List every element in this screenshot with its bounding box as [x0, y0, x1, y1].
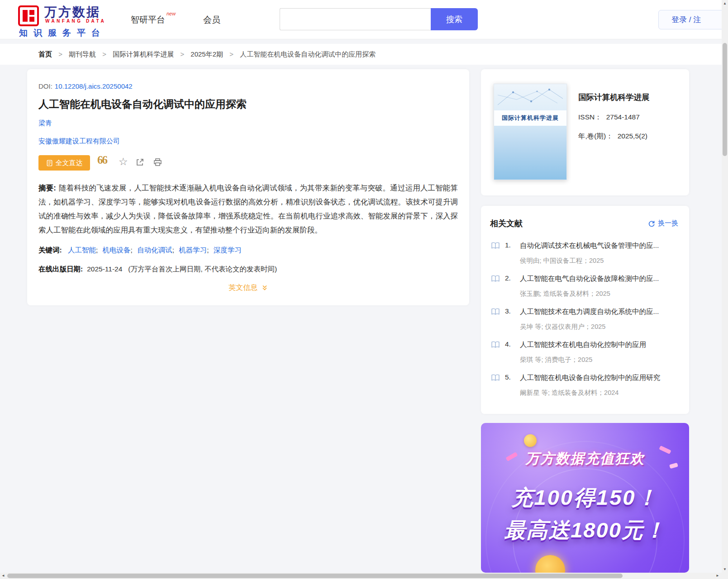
horizontal-scrollbar[interactable]: ◄ ►	[0, 573, 728, 579]
abstract-label: 摘要:	[38, 184, 56, 192]
journal-issn-row: ISSN：2754-1487	[578, 113, 640, 122]
related-item-meta: 阚新星 等; 造纸装备及材料；2024	[520, 389, 619, 397]
related-item-meta: 侯明由; 中国设备工程；2025	[520, 256, 604, 265]
chevron-double-down-icon	[262, 285, 268, 291]
related-title: 相关文献	[490, 218, 523, 229]
refresh-icon	[648, 220, 655, 227]
issn-label: ISSN：	[578, 113, 602, 121]
brand-subtitle: 知识服务平台	[19, 27, 106, 39]
breadcrumb-home[interactable]: 首页	[38, 50, 52, 58]
related-item: 2. 人工智能在电气自动化设备故障检测中的应... 张玉鹏; 造纸装备及材料；2…	[490, 274, 685, 307]
search-input[interactable]	[280, 8, 431, 30]
share-icon[interactable]	[136, 158, 144, 168]
vertical-scrollbar[interactable]: ▲ ▼	[722, 0, 728, 573]
related-item: 5. 人工智能在机电设备自动化控制中的应用研究 阚新星 等; 造纸装备及材料；2…	[490, 373, 685, 406]
search-button[interactable]: 搜索	[431, 8, 478, 30]
keywords-row: 关键词: 人工智能; 机电设备; 自动化调试; 机器学习; 深度学习	[38, 246, 242, 255]
journal-name[interactable]: 国际计算机科学进展	[578, 92, 650, 103]
english-info-toggle[interactable]: 英文信息	[27, 283, 469, 293]
vertical-scrollbar-thumb[interactable]	[723, 43, 727, 156]
scroll-left-arrow-icon[interactable]: ◄	[0, 573, 6, 579]
journal-card: 国际计算机科学进展 国际计算机科学进展 ISSN：2754-1487 年,卷(期…	[481, 69, 689, 195]
book-icon	[491, 374, 500, 383]
banner-offer-line: 最高送1800元！	[481, 516, 689, 545]
related-item-title[interactable]: 人工智能在电气自动化设备故障检测中的应...	[520, 274, 659, 284]
fulltext-button-label: 全文直达	[56, 159, 83, 167]
keyword-separator: ;	[207, 246, 209, 254]
publish-date-label: 在线出版日期:	[38, 265, 83, 273]
keyword-link[interactable]: 机器学习	[179, 246, 207, 254]
related-item-title[interactable]: 人工智能技术在机电自动化控制中的应用	[520, 340, 646, 350]
breadcrumb-journal-nav[interactable]: 期刊导航	[69, 50, 96, 58]
keyword-link[interactable]: 机电设备	[103, 246, 131, 254]
related-index: 2.	[505, 274, 511, 282]
scroll-down-arrow-icon[interactable]: ▼	[722, 567, 728, 571]
scroll-right-arrow-icon[interactable]: ►	[714, 573, 721, 579]
coin-icon	[524, 434, 537, 447]
nav-item-member[interactable]: 会员	[203, 14, 220, 26]
abstract: 摘要:随着科技的飞速发展，人工智能技术逐渐融入机电设备自动化调试领域，为其带来新…	[38, 181, 458, 237]
login-register-button[interactable]: 登录 / 注	[658, 10, 728, 29]
related-list: 1. 自动化调试技术在机械电气设备管理中的应... 侯明由; 中国设备工程；20…	[490, 241, 685, 406]
breadcrumb-separator: >	[229, 50, 233, 58]
brand-name-en: WANFANG DATA	[45, 19, 106, 24]
article-card: DOI:10.12208/j.aics.20250042 人工智能在机电设备自动…	[27, 69, 469, 305]
nav-item-zhiyan[interactable]: 智研平台new	[131, 14, 174, 26]
publish-date-row: 在线出版日期:2025-11-24(万方平台首次上网日期, 不代表论文的发表时间…	[38, 265, 277, 274]
search-bar: 搜索	[280, 8, 478, 30]
fulltext-doc-icon	[46, 160, 53, 166]
affiliation-link[interactable]: 安徽傲耀建设工程有限公司	[38, 137, 120, 146]
journal-cover[interactable]: 国际计算机科学进展	[494, 84, 567, 180]
breadcrumb-journal[interactable]: 国际计算机科学进展	[113, 50, 174, 58]
book-icon	[491, 242, 500, 251]
related-literature-card: 相关文献 换一换 1. 自动化调试技术在机械电气设备管理中的应... 侯明由; …	[481, 206, 689, 414]
breadcrumb-current: 人工智能在机电设备自动化调试中的应用探索	[240, 50, 376, 58]
breadcrumb-separator: >	[180, 50, 184, 58]
breadcrumb-separator: >	[102, 50, 106, 58]
keyword-separator: ;	[172, 246, 174, 254]
author-link[interactable]: 梁青	[38, 119, 52, 128]
wanfang-logo[interactable]: 万方数据 WANFANG DATA 知识服务平台	[18, 4, 127, 37]
article-title: 人工智能在机电设备自动化调试中的应用探索	[38, 97, 247, 111]
related-item-meta: 张玉鹏; 造纸装备及材料；2025	[520, 290, 610, 298]
keyword-separator: ;	[131, 246, 133, 254]
cite-quote-icon[interactable]: 66	[97, 154, 107, 166]
recharge-promo-banner[interactable]: 万方数据充值狂欢 充100得150！ 最高送1800元！	[481, 423, 689, 573]
related-item-title[interactable]: 人工智能技术在电力调度自动化系统中的应...	[520, 307, 659, 317]
issn-value: 2754-1487	[606, 113, 640, 121]
related-index: 1.	[505, 241, 511, 249]
banner-offer-line: 充100得150！	[481, 484, 689, 512]
publish-date: 2025-11-24	[87, 265, 122, 273]
article-actions: 全文直达 66 ☆	[38, 155, 228, 172]
related-item-meta: 柴琪 等; 消费电子；2025	[520, 356, 592, 364]
related-index: 3.	[505, 307, 511, 315]
related-item-title[interactable]: 自动化调试技术在机械电气设备管理中的应...	[520, 241, 659, 251]
keyword-link[interactable]: 人工智能	[68, 246, 96, 254]
scroll-up-arrow-icon[interactable]: ▲	[722, 1, 728, 5]
volume-label: 年,卷(期)：	[578, 132, 613, 140]
refresh-related-button[interactable]: 换一换	[648, 219, 678, 228]
related-item: 4. 人工智能技术在机电自动化控制中的应用 柴琪 等; 消费电子；2025	[490, 340, 685, 373]
new-badge: new	[167, 11, 176, 16]
doi-link[interactable]: 10.12208/j.aics.20250042	[55, 82, 133, 90]
volume-value: 2025,5(2)	[618, 132, 647, 140]
book-icon	[491, 308, 500, 317]
keyword-link[interactable]: 深度学习	[214, 246, 242, 254]
wanfang-logo-icon	[18, 5, 39, 26]
doi-label: DOI:	[38, 82, 52, 90]
breadcrumb-separator: >	[58, 50, 62, 58]
nav-item-zhiyan-label: 智研平台	[131, 15, 165, 24]
related-item: 1. 自动化调试技术在机械电气设备管理中的应... 侯明由; 中国设备工程；20…	[490, 241, 685, 274]
favorite-star-icon[interactable]: ☆	[119, 156, 128, 168]
related-item-title[interactable]: 人工智能在机电设备自动化控制中的应用研究	[520, 373, 660, 383]
journal-cover-title: 国际计算机科学进展	[494, 110, 566, 126]
fulltext-button[interactable]: 全文直达	[38, 155, 90, 171]
breadcrumb-issue[interactable]: 2025年2期	[190, 50, 223, 58]
horizontal-scrollbar-thumb[interactable]	[7, 574, 623, 578]
keyword-link[interactable]: 自动化调试	[137, 246, 172, 254]
banner-title: 万方数据充值狂欢	[481, 449, 689, 468]
related-item: 3. 人工智能技术在电力调度自动化系统中的应... 吴坤 等; 仪器仪表用户；2…	[490, 307, 685, 340]
journal-volume-row: 年,卷(期)：2025,5(2)	[578, 132, 647, 141]
print-icon[interactable]	[153, 158, 162, 168]
doi-row: DOI:10.12208/j.aics.20250042	[38, 82, 133, 90]
